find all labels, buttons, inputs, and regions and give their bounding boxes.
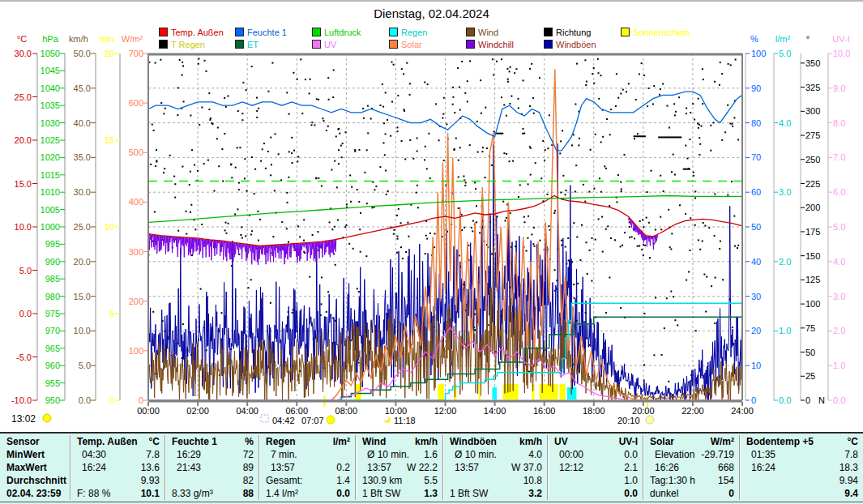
svg-text:25.0: 25.0 xyxy=(15,92,32,102)
svg-text:0: 0 xyxy=(751,395,756,405)
cell-value: 18.3 xyxy=(840,461,863,474)
axis-lm2: l/m²0.01.02.03.04.05.0 xyxy=(774,34,791,405)
legend-label: T Regen xyxy=(171,40,205,49)
svg-text:0.0: 0.0 xyxy=(79,395,91,405)
svg-text:1020: 1020 xyxy=(41,152,60,162)
table-column-temp-aussen: Temp. Außen°C04:307.816:2413.69.93F: 88 … xyxy=(70,435,164,500)
legend-swatch-windchill xyxy=(466,40,475,49)
svg-text:l/m²: l/m² xyxy=(775,34,791,44)
legend-item-wind: Wind xyxy=(466,28,498,37)
svg-text:30: 30 xyxy=(751,292,761,301)
cell-value: 2.1 xyxy=(624,461,643,474)
svg-text:90: 90 xyxy=(751,83,761,93)
cell-label: 13:57 xyxy=(356,461,391,474)
svg-text:N: N xyxy=(818,395,825,405)
svg-text:960: 960 xyxy=(45,361,60,370)
svg-text:35.0: 35.0 xyxy=(74,152,91,162)
legend-label: Sonnenschein xyxy=(633,28,690,37)
svg-text:300: 300 xyxy=(805,106,820,116)
svg-text:-5.0: -5.0 xyxy=(16,352,32,362)
svg-text:18:00: 18:00 xyxy=(583,406,605,416)
legend-swatch-temp-aussen xyxy=(159,28,168,36)
series-richtung-segments xyxy=(495,134,690,169)
cell-value: 1.4 xyxy=(336,474,355,487)
cell-label: 12:12 xyxy=(548,461,583,474)
legend-label: Wind xyxy=(478,28,498,37)
row-label: Durchschnitt xyxy=(0,474,66,487)
cell-value: 5.5 xyxy=(424,474,442,487)
chart-grid xyxy=(148,53,742,400)
legend-swatch-et xyxy=(235,40,244,49)
svg-text:10.0: 10.0 xyxy=(74,326,91,335)
cell-label: 13:57 xyxy=(259,461,295,474)
svg-text:995: 995 xyxy=(45,239,60,249)
svg-text:20:00: 20:00 xyxy=(632,406,655,416)
svg-text:965: 965 xyxy=(45,344,60,353)
row-label: MaxWert xyxy=(0,461,47,474)
sun-icon xyxy=(43,414,51,422)
svg-text:50.0: 50.0 xyxy=(74,49,91,58)
cell-value: 13.6 xyxy=(141,461,164,474)
svg-text:20: 20 xyxy=(751,326,761,335)
cell-label xyxy=(740,474,746,487)
cell-label: 7 min. xyxy=(259,448,297,461)
table-header-sensor: Sensor xyxy=(0,435,40,448)
cell-value: 0 xyxy=(728,487,739,500)
svg-text:40.0: 40.0 xyxy=(74,118,91,128)
axis-min: min.05101520 xyxy=(100,34,120,405)
svg-text:970: 970 xyxy=(45,326,60,335)
svg-text:00:00: 00:00 xyxy=(137,406,160,416)
legend-swatch-windboeen xyxy=(544,40,553,49)
legend-item-temp-aussen: Temp. Außen xyxy=(159,28,224,37)
cell-value: W 22.2 xyxy=(407,461,442,474)
cell-value: 1.3 xyxy=(424,487,442,500)
column-unit: UV-I xyxy=(619,435,643,448)
column-unit: l/m² xyxy=(333,435,355,448)
cell-value: 3.2 xyxy=(528,487,547,500)
cell-label: 16:29 xyxy=(165,448,201,461)
svg-text:15.0: 15.0 xyxy=(15,179,32,189)
legend-label: Regen xyxy=(401,28,427,37)
svg-text:1000: 1000 xyxy=(41,222,60,232)
sunrise-time: 07:07 xyxy=(301,416,324,425)
svg-text:975: 975 xyxy=(45,309,60,318)
column-unit: °C xyxy=(848,435,863,448)
svg-text:0.0: 0.0 xyxy=(833,395,845,405)
cell-value: 1.0 xyxy=(624,474,643,487)
legend-label: Solar xyxy=(401,40,422,49)
axis-pct: %0102030405060708090100 xyxy=(746,34,766,405)
legend-item-regen: Regen xyxy=(389,28,427,37)
table-column-windboeen: Windböenkm/hØ 10 min.4.013:57W 37.010.81… xyxy=(442,435,547,500)
column-unit: W/m² xyxy=(711,435,739,448)
svg-text:5.0: 5.0 xyxy=(833,222,845,232)
cell-value: 82 xyxy=(243,474,258,487)
svg-text:°: ° xyxy=(806,34,810,44)
cell-label xyxy=(443,474,450,487)
svg-text:75: 75 xyxy=(805,323,815,333)
cell-label: 16:24 xyxy=(70,461,106,474)
legend-label: Richtung xyxy=(556,28,591,37)
cell-value: 668 xyxy=(718,461,739,474)
svg-text:km/h: km/h xyxy=(69,34,88,44)
cell-value: W 37.0 xyxy=(511,461,547,474)
cell-value: 1.6 xyxy=(424,448,442,461)
svg-text:350: 350 xyxy=(805,58,820,68)
svg-text:20: 20 xyxy=(105,49,114,58)
sensor-column: SensorMinWertMaxWertDurchschnitt02.04. 2… xyxy=(0,435,70,500)
svg-text:6.0: 6.0 xyxy=(833,187,845,197)
svg-text:2.0: 2.0 xyxy=(833,326,845,335)
svg-text:30.0: 30.0 xyxy=(15,49,32,58)
legend-swatch-richtung xyxy=(544,28,553,36)
cell-value: -29.719 xyxy=(701,448,739,461)
svg-text:60: 60 xyxy=(751,187,761,197)
svg-text:8.0: 8.0 xyxy=(833,118,845,128)
legend-label: Temp. Außen xyxy=(171,28,224,37)
svg-text:1030: 1030 xyxy=(41,118,60,128)
svg-text:9.0: 9.0 xyxy=(833,83,845,93)
cell-label: 1.4 l/m² xyxy=(259,487,298,500)
svg-text:0: 0 xyxy=(139,395,143,405)
axis-uvi: UV-I0.01.02.03.04.05.06.07.08.09.010.0 xyxy=(828,34,850,405)
column-name: Bodentemp +5 xyxy=(740,435,814,448)
svg-text:7.0: 7.0 xyxy=(833,152,845,162)
column-name: Regen xyxy=(259,435,296,448)
